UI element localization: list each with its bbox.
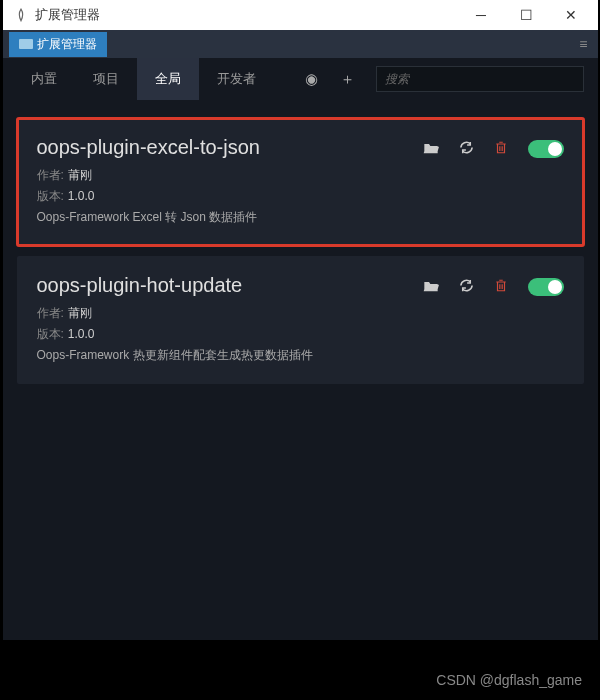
watermark: CSDN @dgflash_game: [436, 672, 582, 688]
subheader: 扩展管理器 ≡: [3, 30, 598, 58]
card-header: oops-plugin-excel-to-json: [37, 136, 564, 159]
menu-icon[interactable]: ≡: [575, 36, 591, 52]
plugin-card: oops-plugin-excel-to-json 作者:莆刚: [17, 118, 584, 246]
plugin-card: oops-plugin-hot-update 作者:莆刚: [17, 256, 584, 384]
plugin-name: oops-plugin-excel-to-json: [37, 136, 423, 159]
titlebar: 扩展管理器 ─ ☐ ✕: [3, 0, 598, 30]
card-actions: [423, 136, 564, 158]
panel-tab-label: 扩展管理器: [37, 36, 97, 53]
card-actions: [423, 274, 564, 296]
plugin-name: oops-plugin-hot-update: [37, 274, 423, 297]
trash-icon[interactable]: [494, 140, 508, 158]
plugin-description: Oops-Framework 热更新组件配套生成热更数据插件: [37, 347, 564, 364]
import-icon[interactable]: ◉: [294, 58, 330, 100]
enable-toggle[interactable]: [528, 278, 564, 296]
tab-builtin[interactable]: 内置: [13, 58, 75, 100]
panel-icon: [19, 39, 33, 49]
enable-toggle[interactable]: [528, 140, 564, 158]
card-header: oops-plugin-hot-update: [37, 274, 564, 297]
folder-icon[interactable]: [423, 279, 439, 296]
tab-project[interactable]: 项目: [75, 58, 137, 100]
folder-icon[interactable]: [423, 141, 439, 158]
plugin-description: Oops-Framework Excel 转 Json 数据插件: [37, 209, 564, 226]
panel-tab[interactable]: 扩展管理器: [9, 32, 107, 57]
plugin-list: oops-plugin-excel-to-json 作者:莆刚: [3, 100, 598, 640]
author-line: 作者:莆刚: [37, 167, 564, 184]
add-icon[interactable]: ＋: [330, 58, 366, 100]
version-line: 版本:1.0.0: [37, 188, 564, 205]
app-icon: [13, 7, 29, 23]
refresh-icon[interactable]: [459, 140, 474, 158]
search-placeholder: 搜索: [385, 71, 409, 88]
refresh-icon[interactable]: [459, 278, 474, 296]
minimize-button[interactable]: ─: [459, 0, 504, 30]
tab-global[interactable]: 全局: [137, 58, 199, 100]
window-controls: ─ ☐ ✕: [459, 0, 594, 30]
tab-developer[interactable]: 开发者: [199, 58, 274, 100]
trash-icon[interactable]: [494, 278, 508, 296]
toolbar: 内置 项目 全局 开发者 ◉ ＋ 搜索: [3, 58, 598, 100]
author-line: 作者:莆刚: [37, 305, 564, 322]
search-input[interactable]: 搜索: [376, 66, 584, 92]
app-window: 扩展管理器 ─ ☐ ✕ 扩展管理器 ≡ 内置 项目 全局 开发者 ◉ ＋ 搜索 …: [3, 0, 598, 640]
close-button[interactable]: ✕: [549, 0, 594, 30]
window-title: 扩展管理器: [35, 6, 459, 24]
maximize-button[interactable]: ☐: [504, 0, 549, 30]
version-line: 版本:1.0.0: [37, 326, 564, 343]
